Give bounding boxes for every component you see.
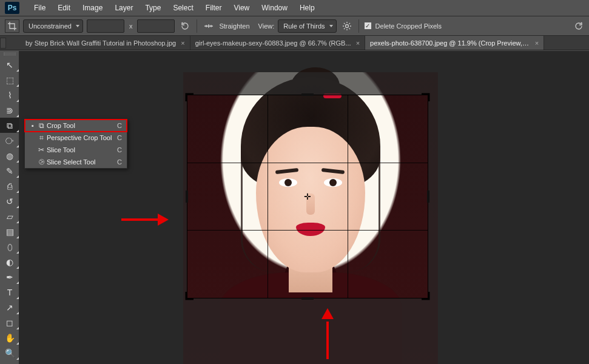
divider [358,19,359,33]
gradient-tool[interactable]: ▤ [0,224,19,239]
crop-grid-line [268,95,268,298]
menu-bar: Ps File Edit Image Layer Type Select Fil… [0,0,589,16]
crop-handle-sw[interactable] [185,291,195,300]
canvas-area[interactable]: ✛ [19,51,589,364]
menu-edit[interactable]: Edit [52,1,76,15]
collapsed-panel-grip[interactable] [0,38,6,49]
flyout-indicator-icon [16,69,19,72]
delete-cropped-checkbox[interactable]: ✓ [364,22,372,30]
crop-aspect-dropdown[interactable]: Unconstrained [23,19,83,33]
flyout-shortcut: C [117,134,122,141]
crop-handle-n[interactable] [301,93,314,96]
brush-tool[interactable]: ✎ [0,163,19,178]
aspect-separator: x [128,22,134,30]
crop-handle-ne[interactable] [420,93,430,103]
crop-handle-se[interactable] [420,291,430,300]
crop-handle-w[interactable] [186,190,188,203]
close-icon[interactable]: × [356,39,360,47]
quick-selection-tool[interactable]: ⋑ [0,103,19,118]
history-brush-tool-icon: ↺ [6,197,13,206]
crop-tool[interactable]: ⧉ [0,118,19,133]
dodge-tool[interactable]: ◐ [0,254,19,269]
crop-handle-e[interactable] [427,190,429,203]
clone-stamp-tool[interactable]: ⎙ [0,178,19,194]
type-tool-icon: T [7,288,13,297]
menu-file[interactable]: File [28,1,52,15]
flyout-crop-tool[interactable]: ▪ ⧉ Crop Tool C [25,120,127,132]
marquee-tool[interactable]: ⬚ [0,72,19,87]
pen-tool[interactable]: ✒ [0,269,19,285]
eyedropper-tool[interactable]: ⧂ [0,133,19,148]
spot-healing-tool-icon: ◍ [6,152,13,160]
menu-select[interactable]: Select [167,1,199,15]
crop-height-input[interactable] [137,19,175,33]
menu-image[interactable]: Image [76,1,109,15]
eraser-tool-icon: ▱ [7,212,13,221]
shape-tool[interactable]: ◻ [0,315,19,330]
crop-shade [183,298,438,364]
crop-center-icon: ✛ [304,192,311,201]
menu-filter[interactable]: Filter [200,1,228,15]
tab-label: pexels-photo-638700.jpeg @ 11.9% (Crop P… [370,39,530,47]
flyout-indicator-icon [16,236,19,238]
zoom-tool[interactable]: 🔍 [0,345,19,360]
zoom-tool-icon: 🔍 [5,349,15,357]
flyout-indicator-icon [16,297,19,299]
flyout-indicator-icon [16,190,19,193]
flyout-label: Slice Select Tool [47,158,117,166]
menu-view[interactable]: View [227,1,255,15]
hand-tool[interactable]: ✋ [0,330,19,345]
flyout-indicator-icon [16,281,19,284]
menu-window[interactable]: Window [255,1,294,15]
menu-help[interactable]: Help [294,1,321,15]
straighten-button[interactable] [202,19,215,33]
flyout-slice-tool[interactable]: ✂ Slice Tool C [25,144,127,156]
close-icon[interactable]: × [535,39,539,47]
path-selection-tool-icon: ↗ [6,303,13,312]
menu-type[interactable]: Type [139,1,167,15]
flyout-perspective-crop-tool[interactable]: ⌗ Perspective Crop Tool C [25,132,127,144]
flyout-indicator-icon [16,175,19,178]
document-tab[interactable]: girl-eyes-makeup-sexy-60883.jpeg @ 66.7%… [190,36,365,50]
crop-width-input[interactable] [87,19,124,33]
blur-tool[interactable]: ⬯ [0,239,19,254]
menu-layer[interactable]: Layer [109,1,139,15]
lasso-tool-icon: ⌇ [8,91,12,99]
lasso-tool[interactable]: ⌇ [0,87,19,103]
hand-tool-icon: ✋ [5,334,15,342]
history-brush-tool[interactable]: ↺ [0,194,19,209]
flyout-indicator-icon [16,342,19,345]
crop-options-button[interactable] [340,19,354,33]
app-logo: Ps [5,2,19,14]
move-tool[interactable]: ↖ [0,57,19,72]
crop-handle-s[interactable] [301,297,314,300]
document-tab[interactable]: by Step Brick Wall Graffiti Tutorial in … [21,36,190,50]
tab-label: by Step Brick Wall Graffiti Tutorial in … [25,39,176,47]
toolbar-grip[interactable] [0,51,19,57]
crop-bounding-box[interactable]: ✛ [187,95,428,298]
flyout-label: Slice Tool [47,146,117,153]
crop-tool-flyout: ▪ ⧉ Crop Tool C ⌗ Perspective Crop Tool … [24,119,127,169]
spot-healing-tool[interactable]: ◍ [0,148,19,163]
dodge-tool-icon: ◐ [6,258,13,266]
delete-cropped-label: Delete Cropped Pixels [375,22,442,30]
crop-handle-nw[interactable] [185,93,195,103]
flyout-indicator-icon [16,160,19,163]
eraser-tool[interactable]: ▱ [0,209,19,224]
active-tool-indicator[interactable] [5,19,19,33]
close-icon[interactable]: × [181,39,184,47]
crop-grid-line [348,95,348,298]
type-tool[interactable]: T [0,285,19,300]
gear-icon [342,21,352,31]
flyout-slice-select-tool[interactable]: ⧁ Slice Select Tool C [25,156,127,168]
brush-tool-icon: ✎ [6,167,13,175]
flyout-indicator-icon [16,266,19,269]
clear-aspect-button[interactable] [178,19,192,33]
move-tool-icon: ↖ [6,61,13,69]
document-tab-active[interactable]: pexels-photo-638700.jpeg @ 11.9% (Crop P… [365,36,544,50]
options-bar: Unconstrained x Straighten View: Rule of… [0,16,589,36]
reset-crop-button[interactable] [572,19,585,33]
path-selection-tool[interactable]: ↗ [0,300,19,315]
selected-bullet-icon: ▪ [30,122,36,129]
overlay-dropdown[interactable]: Rule of Thirds [278,19,336,33]
